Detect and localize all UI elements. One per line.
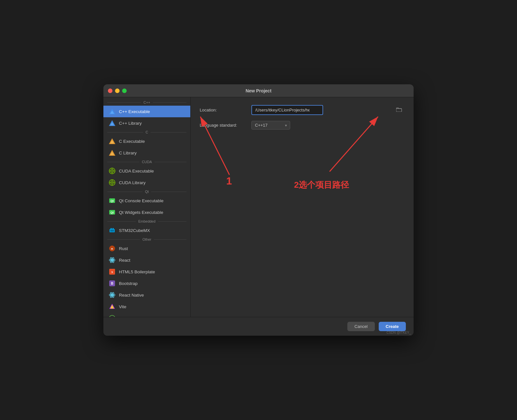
dialog-body: C++ C++ Executable C++ (103, 97, 414, 317)
bootstrap-icon: B (109, 280, 116, 287)
cuda-library-icon (109, 179, 116, 186)
title-bar: New Project (103, 84, 414, 97)
dialog-footer: Cancel Create (103, 317, 414, 336)
section-c: C (103, 130, 190, 134)
svg-point-26 (111, 259, 113, 261)
cpp-library-label: C++ Library (119, 121, 142, 126)
new-project-dialog: New Project C++ C++ Executable (103, 84, 414, 336)
c-executable-label: C Executable (119, 139, 145, 144)
c-executable-icon (109, 138, 116, 145)
sidebar-item-cuda-executable[interactable]: CUDA Executable (103, 165, 190, 177)
react-icon (109, 257, 116, 264)
cuda-icon (109, 167, 116, 174)
rust-label: Rust (119, 246, 128, 251)
section-embedded: Embedded (103, 219, 190, 223)
dialog-title: New Project (246, 88, 271, 93)
react-native-label: React Native (119, 293, 144, 298)
sidebar-item-cpp-library[interactable]: C++ Library (103, 117, 190, 129)
sidebar-item-qt-widgets[interactable]: Qt Qt Widgets Executable (103, 206, 190, 218)
stm32-icon (109, 227, 116, 234)
svg-text:R: R (111, 247, 113, 250)
c-library-icon (109, 149, 116, 156)
cpp-library-icon (109, 120, 116, 127)
svg-text:Qt: Qt (111, 199, 114, 203)
svg-text:1: 1 (226, 175, 232, 187)
maximize-button[interactable] (122, 89, 127, 93)
react-label: React (119, 258, 130, 263)
main-content: Location: Language standard: C+ (191, 97, 414, 317)
section-other: Other (103, 237, 190, 241)
svg-point-34 (111, 294, 113, 296)
cpp-executable-label: C++ Executable (119, 109, 150, 114)
sidebar-item-qt-console[interactable]: Qt Qt Console Executable (103, 195, 190, 206)
window-controls (108, 89, 127, 93)
svg-text:B: B (111, 282, 113, 285)
sidebar-item-rust[interactable]: R Rust (103, 243, 190, 254)
location-input[interactable] (251, 105, 323, 115)
svg-rect-23 (110, 230, 114, 232)
svg-text:5: 5 (111, 271, 113, 274)
section-cpp: C++ (103, 100, 190, 104)
location-label: Location: (200, 108, 251, 112)
svg-rect-43 (396, 109, 402, 112)
vite-icon (109, 303, 116, 310)
qt-console-label: Qt Console Executable (119, 198, 164, 203)
cuda-executable-label: CUDA Executable (119, 169, 154, 173)
annotation-overlay: 1 2选个项目路径 (191, 97, 414, 317)
cancel-button[interactable]: Cancel (347, 322, 375, 331)
sidebar-item-react-native[interactable]: React Native (103, 289, 190, 301)
create-button[interactable]: Create (379, 322, 406, 331)
sidebar-item-cuda-library[interactable]: CUDA Library (103, 177, 190, 188)
c-library-label: C Library (119, 151, 137, 155)
html5-icon: 5 (109, 268, 116, 275)
browse-folder-button[interactable] (396, 107, 402, 113)
svg-point-40 (109, 315, 115, 317)
sidebar-item-react[interactable]: React (103, 254, 190, 266)
stm32-label: STM32CubeMX (119, 228, 150, 233)
location-row: Location: (200, 105, 405, 115)
language-label: Language standard: (200, 123, 251, 128)
language-row: Language standard: C++11 C++14 C++17 C++… (200, 121, 405, 130)
section-cuda: CUDA (103, 160, 190, 164)
sidebar-item-html5[interactable]: 5 HTML5 Boilerplate (103, 266, 190, 278)
rust-icon: R (109, 245, 116, 252)
close-button[interactable] (108, 89, 112, 93)
location-input-wrapper (251, 105, 405, 115)
watermark: CSDN @ITKEY_ (386, 331, 411, 334)
qt-widgets-icon: Qt (109, 209, 116, 216)
svg-text:Qt: Qt (111, 211, 114, 214)
section-qt: Qt (103, 190, 190, 194)
html5-label: HTML5 Boilerplate (119, 269, 155, 274)
nodejs-label: Node.js (119, 316, 134, 317)
sidebar-item-stm32[interactable]: STM32CubeMX (103, 225, 190, 236)
sidebar: C++ C++ Executable C++ (103, 97, 191, 317)
svg-rect-21 (111, 228, 112, 229)
bootstrap-label: Bootstrap (119, 281, 138, 286)
qt-widgets-label: Qt Widgets Executable (119, 210, 163, 215)
cpp-triangle-icon (109, 108, 116, 115)
nodejs-icon: JS (109, 315, 116, 317)
sidebar-item-nodejs[interactable]: JS Node.js (103, 312, 190, 317)
sidebar-item-bootstrap[interactable]: B Bootstrap (103, 278, 190, 289)
react-native-icon (109, 291, 116, 299)
language-select-wrapper: C++11 C++14 C++17 C++20 C++23 ▼ (251, 121, 290, 130)
sidebar-item-c-library[interactable]: C Library (103, 147, 190, 159)
cuda-library-label: CUDA Library (119, 180, 146, 185)
sidebar-item-c-executable[interactable]: C Executable (103, 135, 190, 147)
minimize-button[interactable] (115, 89, 120, 93)
svg-rect-22 (112, 228, 114, 229)
qt-icon: Qt (109, 197, 116, 204)
vite-label: Vite (119, 304, 126, 309)
svg-text:2选个项目路径: 2选个项目路径 (294, 180, 349, 190)
sidebar-item-vite[interactable]: Vite (103, 301, 190, 312)
language-select[interactable]: C++11 C++14 C++17 C++20 C++23 (251, 121, 290, 130)
sidebar-item-cpp-executable[interactable]: C++ Executable (103, 106, 190, 117)
